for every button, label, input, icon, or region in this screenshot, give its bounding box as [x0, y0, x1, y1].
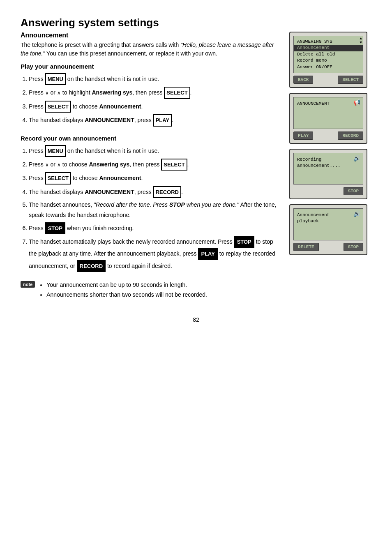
screen-line: Answer ON/OFF	[297, 64, 360, 70]
list-item: Press MENU on the handset when it is not…	[29, 145, 281, 157]
device-announcement: 📢 ANNOUNCEMENT PLAY RECORD	[289, 93, 367, 144]
screen-line: Record memo	[297, 58, 360, 64]
select-key: SELECT	[164, 87, 190, 99]
announce-quote: "Record after the tone. Press STOP when …	[94, 201, 239, 208]
list-item: The handset displays ANNOUNCEMENT, press…	[29, 186, 281, 198]
record-key2: RECORD	[77, 260, 106, 272]
announcement-label2: Announcement	[99, 175, 141, 181]
recording-icon: 🔊	[353, 155, 360, 163]
delete-button[interactable]: DELETE	[293, 243, 319, 251]
chevron-up-icon2: ∧	[57, 161, 61, 170]
list-item: Press SELECT to choose Announcement.	[29, 172, 281, 184]
screen-line: ANNOUNCEMENT	[297, 101, 360, 107]
intro-paragraph: The telephone is preset with a greeting …	[21, 41, 281, 58]
list-item: Press STOP when you finish recording.	[29, 222, 281, 234]
list-item: The handset displays ANNOUNCEMENT, press…	[29, 114, 281, 126]
device-recording: 🔊 Recording announcement.... STOP	[289, 149, 367, 200]
play-key2: PLAY	[198, 248, 217, 260]
note-box: note Your announcement can be up to 90 s…	[21, 280, 281, 300]
device-screen-3: 🔊 Recording announcement....	[293, 153, 363, 185]
select-key3: SELECT	[161, 159, 187, 171]
play-button[interactable]: PLAY	[293, 131, 313, 140]
stop-button2[interactable]: STOP	[344, 243, 363, 251]
section1-title: Play your announcement	[21, 63, 281, 70]
right-panels: ▲▼ ANSWERING SYS Announcement Delete all…	[289, 32, 371, 300]
record-button[interactable]: RECORD	[338, 131, 363, 140]
note-label: note	[21, 281, 35, 288]
screen-line: announcement....	[297, 163, 360, 169]
device-screen-1: ▲▼ ANSWERING SYS Announcement Delete all…	[293, 36, 363, 73]
intro-text2: You can use this preset announcement, or…	[45, 50, 217, 57]
screen-line: Announcement	[297, 212, 360, 218]
screen-line: Recording	[297, 157, 360, 163]
answering-sys-label2: Answering sys	[89, 161, 129, 168]
note-item: Your announcement can be up to 90 second…	[46, 280, 207, 290]
list-item: The handset announces, "Record after the…	[29, 200, 281, 220]
note-list: Your announcement can be up to 90 second…	[46, 280, 207, 300]
stop-button[interactable]: STOP	[344, 187, 363, 195]
device-buttons-1: BACK SELECT	[293, 76, 363, 84]
device-buttons-2: PLAY RECORD	[293, 131, 363, 140]
list-item: The handset automatically plays back the…	[29, 236, 281, 272]
screen-line: ANSWERING SYS	[297, 39, 360, 45]
stop-key2: STOP	[234, 236, 254, 248]
device-buttons-4: DELETE STOP	[293, 243, 363, 251]
record-key: RECORD	[153, 186, 181, 198]
menu-key2: MENU	[45, 145, 66, 157]
chevron-down-icon2: ∨	[45, 161, 49, 170]
device-screen-2: 📢 ANNOUNCEMENT	[293, 97, 363, 129]
device-buttons-3: STOP	[293, 187, 363, 195]
answering-sys-label: Answering sys	[92, 89, 132, 96]
section2-title: Record your own announcement	[21, 135, 281, 142]
page-title: Answering system settings	[21, 16, 371, 29]
device-answering-sys: ▲▼ ANSWERING SYS Announcement Delete all…	[289, 32, 367, 88]
left-content: Announcement The telephone is preset wit…	[21, 32, 281, 300]
play-key: PLAY	[153, 114, 172, 126]
list-item: Press ∨ or ∧ to highlight Answering sys,…	[29, 87, 281, 99]
playback-icon: 🔊	[353, 210, 360, 219]
chevron-down-icon: ∨	[45, 89, 49, 98]
select-key2: SELECT	[45, 101, 71, 113]
device-playback: 🔊 Announcement playback DELETE STOP	[289, 204, 367, 255]
announcement-display: ANNOUNCEMENT	[85, 117, 134, 123]
section1-steps: Press MENU on the handset when it is not…	[29, 73, 281, 127]
announcement-display2: ANNOUNCEMENT	[85, 189, 134, 195]
section2-steps: Press MENU on the handset when it is not…	[29, 145, 281, 272]
announcement-label: Announcement	[99, 103, 141, 110]
intro-text-normal: The telephone is preset with a greeting …	[21, 42, 180, 48]
stop-key: STOP	[45, 222, 65, 234]
select-button[interactable]: SELECT	[338, 76, 363, 84]
screen-line-highlight: Announcement	[294, 45, 363, 51]
page-number: 82	[21, 316, 371, 323]
chevron-up-icon: ∧	[57, 89, 61, 98]
list-item: Press MENU on the handset when it is not…	[29, 73, 281, 85]
speaker-icon: 📢	[353, 99, 360, 107]
stop-bold: STOP	[169, 201, 185, 208]
list-item: Press ∨ or ∧ to choose Answering sys, th…	[29, 159, 281, 171]
back-button[interactable]: BACK	[293, 76, 313, 84]
menu-key: MENU	[45, 73, 66, 85]
list-item: Press SELECT to choose Announcement.	[29, 101, 281, 113]
note-content: Your announcement can be up to 90 second…	[40, 280, 207, 300]
screen-line: Delete all old	[297, 51, 360, 58]
screen-line: playback	[297, 218, 360, 224]
device-screen-4: 🔊 Announcement playback	[293, 208, 363, 240]
select-key4: SELECT	[45, 172, 71, 184]
announcement-heading: Announcement	[21, 32, 281, 39]
note-item: Announcements shorter than two seconds w…	[46, 290, 207, 300]
scroll-indicator: ▲▼	[360, 37, 362, 45]
